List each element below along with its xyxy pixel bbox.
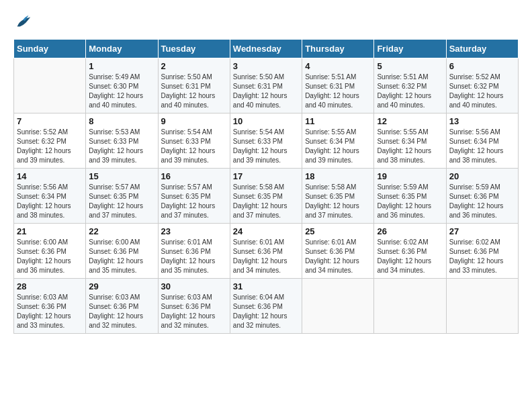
- calendar-cell: 1Sunrise: 5:49 AM Sunset: 6:30 PM Daylig…: [86, 58, 158, 113]
- calendar-cell: 23Sunrise: 6:01 AM Sunset: 6:36 PM Dayli…: [158, 224, 230, 279]
- day-number: 2: [161, 61, 227, 71]
- day-info: Sunrise: 5:52 AM Sunset: 6:32 PM Dayligh…: [449, 73, 515, 110]
- calendar-cell: 28Sunrise: 6:03 AM Sunset: 6:36 PM Dayli…: [14, 279, 86, 334]
- calendar-cell: 8Sunrise: 5:53 AM Sunset: 6:33 PM Daylig…: [86, 113, 158, 169]
- day-number: 23: [161, 226, 227, 236]
- day-info: Sunrise: 6:04 AM Sunset: 6:36 PM Dayligh…: [233, 293, 299, 330]
- day-info: Sunrise: 5:50 AM Sunset: 6:31 PM Dayligh…: [161, 73, 227, 110]
- calendar-cell: 4Sunrise: 5:51 AM Sunset: 6:31 PM Daylig…: [302, 58, 374, 113]
- day-number: 20: [449, 171, 515, 181]
- day-info: Sunrise: 5:51 AM Sunset: 6:32 PM Dayligh…: [377, 73, 443, 110]
- day-number: 3: [233, 61, 299, 71]
- calendar-cell: 6Sunrise: 5:52 AM Sunset: 6:32 PM Daylig…: [446, 58, 518, 113]
- day-number: 19: [377, 171, 443, 181]
- day-number: 6: [449, 61, 515, 71]
- day-number: 1: [89, 61, 154, 71]
- day-number: 7: [17, 116, 83, 126]
- calendar-cell: 2Sunrise: 5:50 AM Sunset: 6:31 PM Daylig…: [158, 58, 230, 113]
- day-number: 5: [377, 61, 443, 71]
- day-info: Sunrise: 6:02 AM Sunset: 6:36 PM Dayligh…: [449, 238, 515, 275]
- day-info: Sunrise: 6:03 AM Sunset: 6:36 PM Dayligh…: [17, 293, 83, 330]
- day-number: 9: [161, 116, 227, 126]
- day-number: 18: [305, 171, 371, 181]
- calendar-cell: 14Sunrise: 5:56 AM Sunset: 6:34 PM Dayli…: [14, 169, 86, 224]
- weekday-header-saturday: Saturday: [446, 40, 518, 58]
- calendar-cell: 10Sunrise: 5:54 AM Sunset: 6:33 PM Dayli…: [230, 113, 302, 169]
- calendar-cell: 19Sunrise: 5:59 AM Sunset: 6:35 PM Dayli…: [374, 169, 446, 224]
- calendar-cell: 7Sunrise: 5:52 AM Sunset: 6:32 PM Daylig…: [14, 113, 86, 169]
- calendar-cell: 17Sunrise: 5:58 AM Sunset: 6:35 PM Dayli…: [230, 169, 302, 224]
- weekday-header-friday: Friday: [374, 40, 446, 58]
- day-info: Sunrise: 5:55 AM Sunset: 6:34 PM Dayligh…: [377, 128, 443, 165]
- day-info: Sunrise: 6:03 AM Sunset: 6:36 PM Dayligh…: [89, 293, 154, 330]
- calendar-cell: 5Sunrise: 5:51 AM Sunset: 6:32 PM Daylig…: [374, 58, 446, 113]
- day-info: Sunrise: 5:55 AM Sunset: 6:34 PM Dayligh…: [305, 128, 371, 165]
- calendar-cell: 15Sunrise: 5:57 AM Sunset: 6:35 PM Dayli…: [86, 169, 158, 224]
- day-info: Sunrise: 5:58 AM Sunset: 6:35 PM Dayligh…: [305, 183, 371, 220]
- calendar-cell: [302, 279, 374, 334]
- day-info: Sunrise: 6:01 AM Sunset: 6:36 PM Dayligh…: [305, 238, 371, 275]
- day-info: Sunrise: 5:52 AM Sunset: 6:32 PM Dayligh…: [17, 128, 83, 165]
- calendar-cell: [374, 279, 446, 334]
- day-number: 4: [305, 61, 371, 71]
- day-info: Sunrise: 5:56 AM Sunset: 6:34 PM Dayligh…: [17, 183, 83, 220]
- day-info: Sunrise: 6:02 AM Sunset: 6:36 PM Dayligh…: [377, 238, 443, 275]
- calendar-week-1: 1Sunrise: 5:49 AM Sunset: 6:30 PM Daylig…: [14, 58, 519, 113]
- weekday-header-wednesday: Wednesday: [230, 40, 302, 58]
- day-info: Sunrise: 5:54 AM Sunset: 6:33 PM Dayligh…: [233, 128, 299, 165]
- calendar-cell: 31Sunrise: 6:04 AM Sunset: 6:36 PM Dayli…: [230, 279, 302, 334]
- day-number: 10: [233, 116, 299, 126]
- calendar-cell: 25Sunrise: 6:01 AM Sunset: 6:36 PM Dayli…: [302, 224, 374, 279]
- calendar-week-4: 21Sunrise: 6:00 AM Sunset: 6:36 PM Dayli…: [14, 224, 519, 279]
- day-info: Sunrise: 5:53 AM Sunset: 6:33 PM Dayligh…: [89, 128, 154, 165]
- calendar-cell: 3Sunrise: 5:50 AM Sunset: 6:31 PM Daylig…: [230, 58, 302, 113]
- day-info: Sunrise: 5:51 AM Sunset: 6:31 PM Dayligh…: [305, 73, 371, 110]
- day-info: Sunrise: 5:59 AM Sunset: 6:35 PM Dayligh…: [377, 183, 443, 220]
- calendar-cell: 11Sunrise: 5:55 AM Sunset: 6:34 PM Dayli…: [302, 113, 374, 169]
- calendar-table: SundayMondayTuesdayWednesdayThursdayFrid…: [13, 39, 519, 334]
- day-number: 22: [89, 226, 154, 236]
- calendar-cell: 9Sunrise: 5:54 AM Sunset: 6:33 PM Daylig…: [158, 113, 230, 169]
- day-info: Sunrise: 5:57 AM Sunset: 6:35 PM Dayligh…: [161, 183, 227, 220]
- day-number: 13: [449, 116, 515, 126]
- day-info: Sunrise: 5:50 AM Sunset: 6:31 PM Dayligh…: [233, 73, 299, 110]
- day-number: 28: [17, 281, 83, 291]
- logo: [13, 13, 35, 32]
- calendar-cell: 20Sunrise: 5:59 AM Sunset: 6:36 PM Dayli…: [446, 169, 518, 224]
- day-number: 14: [17, 171, 83, 181]
- calendar-week-2: 7Sunrise: 5:52 AM Sunset: 6:32 PM Daylig…: [14, 113, 519, 169]
- calendar-cell: 16Sunrise: 5:57 AM Sunset: 6:35 PM Dayli…: [158, 169, 230, 224]
- calendar-cell: 30Sunrise: 6:03 AM Sunset: 6:36 PM Dayli…: [158, 279, 230, 334]
- calendar-cell: [14, 58, 86, 113]
- weekday-header-tuesday: Tuesday: [158, 40, 230, 58]
- logo-bird-icon: [13, 13, 32, 32]
- day-info: Sunrise: 5:58 AM Sunset: 6:35 PM Dayligh…: [233, 183, 299, 220]
- calendar-week-5: 28Sunrise: 6:03 AM Sunset: 6:36 PM Dayli…: [14, 279, 519, 334]
- day-info: Sunrise: 6:00 AM Sunset: 6:36 PM Dayligh…: [17, 238, 83, 275]
- day-info: Sunrise: 6:00 AM Sunset: 6:36 PM Dayligh…: [89, 238, 154, 275]
- day-info: Sunrise: 5:59 AM Sunset: 6:36 PM Dayligh…: [449, 183, 515, 220]
- calendar-cell: 27Sunrise: 6:02 AM Sunset: 6:36 PM Dayli…: [446, 224, 518, 279]
- day-number: 31: [233, 281, 299, 291]
- day-number: 15: [89, 171, 154, 181]
- page-header: [13, 13, 519, 32]
- calendar-cell: 26Sunrise: 6:02 AM Sunset: 6:36 PM Dayli…: [374, 224, 446, 279]
- calendar-week-3: 14Sunrise: 5:56 AM Sunset: 6:34 PM Dayli…: [14, 169, 519, 224]
- weekday-header-sunday: Sunday: [14, 40, 86, 58]
- day-number: 25: [305, 226, 371, 236]
- calendar-cell: 24Sunrise: 6:01 AM Sunset: 6:36 PM Dayli…: [230, 224, 302, 279]
- calendar-cell: 21Sunrise: 6:00 AM Sunset: 6:36 PM Dayli…: [14, 224, 86, 279]
- day-number: 16: [161, 171, 227, 181]
- day-number: 27: [449, 226, 515, 236]
- day-info: Sunrise: 5:49 AM Sunset: 6:30 PM Dayligh…: [89, 73, 154, 110]
- calendar-cell: 18Sunrise: 5:58 AM Sunset: 6:35 PM Dayli…: [302, 169, 374, 224]
- day-number: 29: [89, 281, 154, 291]
- calendar-cell: 29Sunrise: 6:03 AM Sunset: 6:36 PM Dayli…: [86, 279, 158, 334]
- weekday-header-row: SundayMondayTuesdayWednesdayThursdayFrid…: [14, 40, 519, 58]
- calendar-cell: 13Sunrise: 5:56 AM Sunset: 6:34 PM Dayli…: [446, 113, 518, 169]
- day-number: 8: [89, 116, 154, 126]
- day-number: 12: [377, 116, 443, 126]
- weekday-header-thursday: Thursday: [302, 40, 374, 58]
- calendar-cell: 12Sunrise: 5:55 AM Sunset: 6:34 PM Dayli…: [374, 113, 446, 169]
- day-info: Sunrise: 5:57 AM Sunset: 6:35 PM Dayligh…: [89, 183, 154, 220]
